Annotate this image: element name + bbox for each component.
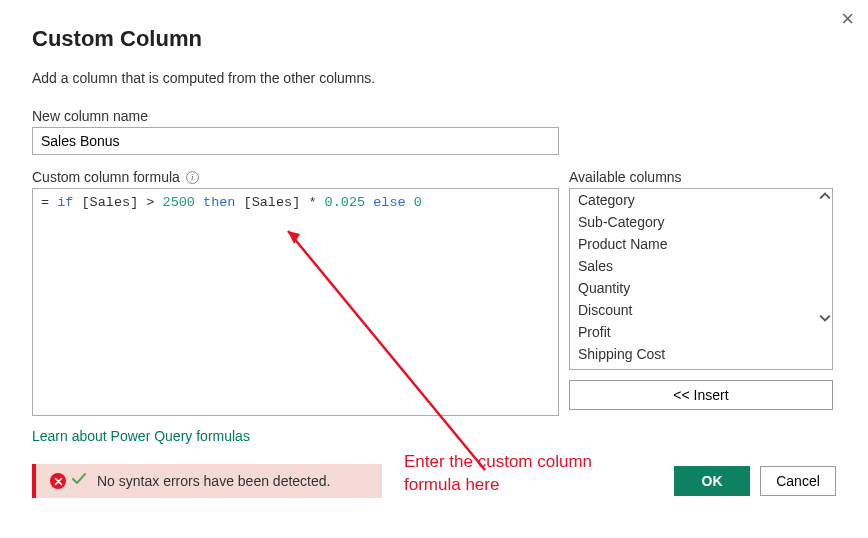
available-columns-list[interactable]: CategorySub-CategoryProduct NameSalesQua… bbox=[569, 188, 833, 370]
cancel-button[interactable]: Cancel bbox=[760, 466, 836, 496]
status-bar: No syntax errors have been detected. bbox=[32, 464, 382, 498]
dialog-title: Custom Column bbox=[32, 26, 836, 52]
available-column-item[interactable]: Quantity bbox=[570, 277, 832, 299]
dialog-subtitle: Add a column that is computed from the o… bbox=[32, 70, 836, 86]
insert-button[interactable]: << Insert bbox=[569, 380, 833, 410]
learn-link[interactable]: Learn about Power Query formulas bbox=[32, 428, 250, 444]
formula-label: Custom column formula bbox=[32, 169, 180, 185]
available-column-item[interactable]: Shipping Cost bbox=[570, 343, 832, 365]
custom-column-dialog: × Custom Column Add a column that is com… bbox=[0, 0, 868, 516]
available-column-item[interactable]: Sub-Category bbox=[570, 211, 832, 233]
ok-button[interactable]: OK bbox=[674, 466, 750, 496]
close-icon[interactable]: × bbox=[841, 6, 854, 32]
error-icon bbox=[50, 473, 66, 489]
name-label: New column name bbox=[32, 108, 836, 124]
available-column-item[interactable]: Discount bbox=[570, 299, 832, 321]
available-column-item[interactable]: Sales bbox=[570, 255, 832, 277]
status-text: No syntax errors have been detected. bbox=[97, 473, 330, 489]
formula-label-row: Custom column formula i bbox=[32, 169, 559, 185]
available-column-item[interactable]: Profit bbox=[570, 321, 832, 343]
check-icon bbox=[71, 472, 87, 490]
available-label: Available columns bbox=[569, 169, 833, 185]
new-column-name-input[interactable] bbox=[32, 127, 559, 155]
info-icon[interactable]: i bbox=[186, 171, 199, 184]
available-column-item[interactable]: Product Name bbox=[570, 233, 832, 255]
formula-editor[interactable]: = if [Sales] > 2500 then [Sales] * 0.025… bbox=[32, 188, 559, 416]
available-column-item[interactable]: Category bbox=[570, 189, 832, 211]
